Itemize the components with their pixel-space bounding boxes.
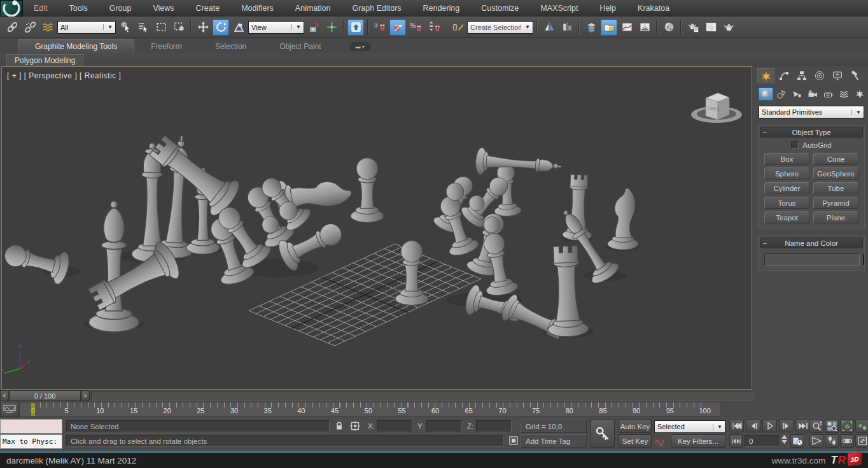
menu-item[interactable]: Customize xyxy=(470,0,529,17)
frame-spinner[interactable] xyxy=(781,435,787,444)
category-shapes[interactable] xyxy=(774,87,789,101)
select-and-manipulate-icon[interactable] xyxy=(323,19,340,36)
object-color-swatch[interactable] xyxy=(863,254,864,265)
select-and-link-icon[interactable] xyxy=(4,19,20,36)
angle-snap-toggle-icon[interactable] xyxy=(389,19,406,36)
menu-item[interactable]: Tools xyxy=(59,0,99,17)
timeline-ruler[interactable]: 0510152025303540455055606570758085909510… xyxy=(19,402,720,417)
manage-layers-icon[interactable] xyxy=(583,19,599,36)
walk-through-icon[interactable] xyxy=(825,434,839,448)
absolute-offset-mode-icon[interactable] xyxy=(349,420,361,434)
object-type-button[interactable]: Torus xyxy=(764,197,809,209)
previous-frame-arrow[interactable]: < xyxy=(0,390,9,401)
default-in-out-tangents-icon[interactable] xyxy=(654,435,666,449)
render-setup-icon[interactable] xyxy=(685,19,701,36)
menu-item[interactable]: Krakatoa xyxy=(627,0,680,17)
viewcube[interactable]: LEFT xyxy=(691,93,742,123)
z-coordinate-field[interactable] xyxy=(476,420,512,432)
edit-named-selection-sets-icon[interactable]: {} xyxy=(449,19,466,36)
next-frame-button[interactable] xyxy=(779,420,794,432)
menu-item[interactable]: Animation xyxy=(284,0,342,17)
menu-item[interactable]: Help xyxy=(589,0,627,17)
object-name-field[interactable] xyxy=(764,253,860,266)
keyboard-shortcut-override-icon[interactable] xyxy=(347,19,364,36)
object-type-button[interactable]: Cylinder xyxy=(764,182,809,194)
time-slider-track[interactable] xyxy=(91,391,753,401)
object-type-button[interactable]: Box xyxy=(764,153,809,165)
select-and-rotate-icon[interactable] xyxy=(213,19,229,36)
menu-item[interactable]: MAXScript xyxy=(529,0,589,17)
tab-freeform[interactable]: Freeform xyxy=(134,39,199,53)
snaps-toggle-icon[interactable]: 3 xyxy=(372,19,388,36)
set-keys-button[interactable] xyxy=(591,420,615,448)
tab-selection[interactable]: Selection xyxy=(199,39,263,53)
bind-to-space-warp-icon[interactable] xyxy=(39,19,56,36)
window-crossing-icon[interactable] xyxy=(171,19,187,36)
graphite-ribbon-toggle-icon[interactable] xyxy=(601,19,617,36)
menu-item[interactable]: Views xyxy=(142,0,185,17)
select-and-scale-icon[interactable] xyxy=(230,19,247,36)
menu-item[interactable]: Group xyxy=(99,0,143,17)
set-key-button[interactable]: Set Key xyxy=(619,434,652,448)
object-type-button[interactable]: Tube xyxy=(813,182,858,194)
selection-filter-dropdown[interactable]: All ▼ xyxy=(57,21,116,34)
object-type-button[interactable]: Cone xyxy=(813,153,858,165)
tab-modify[interactable] xyxy=(775,68,792,83)
open-mini-curve-editor-button[interactable] xyxy=(0,402,19,417)
select-and-move-icon[interactable] xyxy=(195,19,211,36)
spinner-up-icon[interactable] xyxy=(781,435,787,439)
mirror-icon[interactable] xyxy=(541,19,557,36)
field-of-view-icon[interactable] xyxy=(809,434,823,448)
orbit-icon[interactable] xyxy=(840,434,854,448)
align-icon[interactable] xyxy=(559,19,575,36)
menu-item[interactable]: Modifiers xyxy=(230,0,284,17)
ribbon-minimize-button[interactable]: ▬ ▾ xyxy=(349,42,371,51)
rendered-frame-window-icon[interactable] xyxy=(703,19,719,36)
curve-editor-icon[interactable] xyxy=(619,19,635,36)
zoom-icon[interactable] xyxy=(809,420,823,433)
reference-coordinate-dropdown[interactable]: View ▼ xyxy=(248,21,304,34)
spinner-down-icon[interactable] xyxy=(781,440,787,444)
chess-pieces[interactable] xyxy=(2,129,638,344)
object-type-button[interactable]: Teapot xyxy=(764,211,809,223)
zoom-all-icon[interactable] xyxy=(825,420,839,433)
use-pivot-point-icon[interactable] xyxy=(305,19,322,36)
auto-key-button[interactable]: Auto Key xyxy=(619,420,652,433)
menu-item[interactable]: Graph Editors xyxy=(341,0,412,17)
tab-motion[interactable] xyxy=(811,68,828,83)
app-logo-button[interactable] xyxy=(0,0,23,17)
add-time-tag-button[interactable]: Add Time Tag xyxy=(521,434,587,448)
select-by-name-icon[interactable] xyxy=(135,19,151,36)
object-type-button[interactable]: Pyramid xyxy=(813,197,858,209)
tab-display[interactable] xyxy=(829,68,846,83)
category-systems[interactable] xyxy=(852,87,867,101)
zoom-extents-selected-icon[interactable] xyxy=(840,420,854,433)
viewport-label[interactable]: [ + ] [ Perspective ] [ Realistic ] xyxy=(7,71,121,80)
schematic-view-icon[interactable] xyxy=(636,19,653,36)
menu-item[interactable]: Create xyxy=(185,0,231,17)
category-helpers[interactable] xyxy=(821,87,836,101)
spinner-snap-toggle-icon[interactable] xyxy=(425,19,442,36)
named-selection-sets-dropdown[interactable]: Create Selection Se ▼ xyxy=(467,21,533,34)
play-animation-button[interactable] xyxy=(762,420,777,432)
time-slider-handle[interactable]: 0 / 100 xyxy=(9,390,81,401)
material-editor-icon[interactable] xyxy=(661,19,677,36)
object-type-button[interactable]: Sphere xyxy=(764,167,809,180)
website-link[interactable]: www.tr3d.com xyxy=(772,456,826,465)
object-type-button[interactable]: GeoSphere xyxy=(813,167,858,180)
render-production-icon[interactable] xyxy=(720,19,737,36)
selection-lock-icon[interactable] xyxy=(333,420,345,434)
unlink-selection-icon[interactable] xyxy=(22,19,38,36)
tab-utilities[interactable] xyxy=(846,68,864,83)
maxscript-mini-listener[interactable]: Max to Physc: xyxy=(0,434,62,449)
autogrid-checkbox[interactable] xyxy=(791,141,799,149)
percent-snap-toggle-icon[interactable]: % xyxy=(407,19,424,36)
perspective-viewport[interactable]: .p{fill:url(#gPiece);stroke:#4a4a4a;stro… xyxy=(1,66,752,390)
isolate-selection-icon[interactable] xyxy=(508,435,519,449)
category-space-warps[interactable] xyxy=(837,87,851,101)
x-coordinate-field[interactable] xyxy=(377,420,412,432)
menu-item[interactable]: Rendering xyxy=(412,0,471,17)
selection-set-keying-dropdown[interactable]: Selected ▼ xyxy=(654,420,725,433)
tab-hierarchy[interactable] xyxy=(793,68,810,83)
category-cameras[interactable] xyxy=(806,87,820,101)
